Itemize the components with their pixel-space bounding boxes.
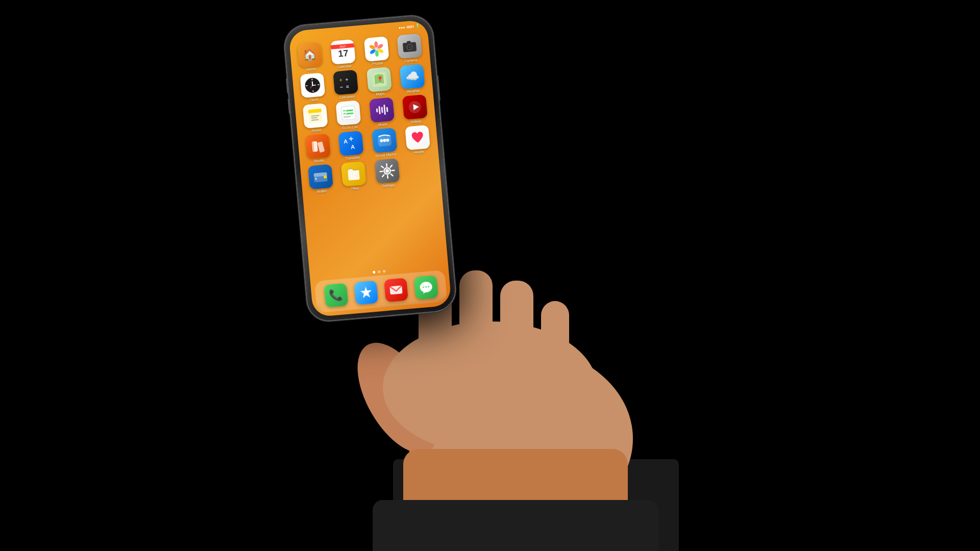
- calculator-label: Calculator: [339, 94, 355, 99]
- dock-mail[interactable]: [384, 278, 408, 303]
- dock-phone[interactable]: 📞: [324, 283, 348, 308]
- app-camera[interactable]: Camera: [393, 33, 426, 64]
- clock-icon: [300, 72, 326, 98]
- calculator-icon: + ÷ − =: [333, 70, 359, 95]
- settings-icon: [374, 158, 400, 184]
- svg-rect-10: [373, 500, 658, 551]
- music-icon: [369, 97, 395, 123]
- notes-icon: [303, 103, 328, 129]
- dock-featured[interactable]: [354, 281, 378, 305]
- app-calculator[interactable]: + ÷ − = Calculator: [329, 69, 362, 100]
- books-label: Books: [314, 159, 324, 163]
- todo-icon: [336, 100, 361, 126]
- featured-dock-icon: [354, 281, 378, 305]
- hand-svg: [0, 0, 980, 551]
- app-grid: 🏠 Home JULY 17 Calendar: [289, 31, 441, 197]
- videos-icon: [402, 94, 428, 120]
- svg-rect-69: [324, 175, 327, 179]
- maps-label: Maps: [376, 92, 385, 96]
- notes-label: Notes: [312, 128, 322, 133]
- svg-line-62: [351, 137, 352, 141]
- maps-icon: [366, 67, 392, 92]
- phone-wrapper: ●●● WiFi 🔋 🏠 Home JULY 17: [283, 14, 456, 322]
- app-home[interactable]: 🏠 Home: [293, 42, 327, 72]
- wallet-label: Wallet: [317, 189, 327, 194]
- photos-icon: [363, 36, 389, 62]
- app-calendar[interactable]: JULY 17 Calendar: [327, 39, 360, 69]
- app-health[interactable]: Health: [401, 124, 434, 155]
- app-settings[interactable]: Settings: [371, 158, 404, 189]
- svg-rect-53: [386, 107, 388, 112]
- app-social-media[interactable]: Social Media: [368, 128, 401, 158]
- phone-body: ●●● WiFi 🔋 🏠 Home JULY 17: [283, 14, 456, 322]
- phone-screen: ●●● WiFi 🔋 🏠 Home JULY 17: [288, 19, 452, 317]
- dot-3: [383, 270, 385, 272]
- app-books[interactable]: Books: [302, 133, 335, 164]
- calendar-label: Calendar: [337, 64, 352, 68]
- photos-label: Photos: [372, 61, 383, 66]
- dock: 📞: [314, 270, 447, 313]
- svg-text:=: =: [346, 84, 350, 89]
- messages-dock-icon: [413, 276, 438, 300]
- svg-rect-52: [383, 105, 386, 115]
- videos-label: Videos: [410, 119, 422, 124]
- dock-messages[interactable]: [413, 276, 438, 300]
- mail-dock-icon: [384, 278, 408, 303]
- svg-text:÷: ÷: [346, 77, 349, 82]
- camera-label: Camera: [404, 58, 417, 63]
- svg-rect-51: [381, 107, 383, 113]
- social-media-label: Social Media: [375, 153, 396, 158]
- dot-1: [373, 271, 375, 273]
- clock-label: Clock: [309, 97, 318, 102]
- health-label: Health: [413, 150, 424, 155]
- app-notes[interactable]: Notes: [299, 103, 332, 133]
- svg-point-8: [383, 321, 597, 454]
- translate-label: Translate: [345, 156, 360, 160]
- phone-dock-icon: 📞: [324, 283, 348, 308]
- translate-icon: A A: [338, 131, 364, 156]
- signal-icon: ●●●: [398, 25, 405, 29]
- svg-point-71: [385, 169, 389, 173]
- files-label: Files: [351, 186, 359, 190]
- svg-text:−: −: [340, 84, 344, 90]
- svg-rect-57: [317, 141, 325, 153]
- weather-icon: ☁️: [400, 64, 425, 89]
- svg-line-76: [381, 166, 383, 168]
- svg-text:A: A: [351, 143, 355, 150]
- app-weather[interactable]: ☁️ Weather: [396, 64, 429, 94]
- app-videos[interactable]: Videos: [399, 94, 432, 124]
- svg-marker-80: [360, 286, 372, 298]
- svg-rect-49: [376, 108, 378, 112]
- files-icon: [341, 161, 366, 187]
- books-icon: [305, 134, 331, 159]
- wallet-icon: $: [308, 164, 333, 190]
- svg-line-78: [390, 165, 392, 167]
- app-todo[interactable]: To-Do List: [332, 100, 365, 131]
- music-label: Music: [378, 122, 388, 127]
- home-icon: 🏠: [297, 42, 323, 67]
- home-label: Home: [306, 67, 316, 72]
- scene: ●●● WiFi 🔋 🏠 Home JULY 17: [0, 0, 980, 551]
- app-maps[interactable]: Maps: [362, 66, 396, 97]
- dot-2: [378, 270, 380, 273]
- weather-label: Weather: [407, 89, 421, 93]
- health-icon: [405, 125, 430, 151]
- app-photos[interactable]: Photos: [360, 36, 393, 67]
- svg-line-79: [382, 174, 384, 177]
- svg-text:+: +: [339, 77, 343, 83]
- app-music[interactable]: Music: [365, 97, 399, 128]
- calendar-icon: JULY 17: [330, 39, 356, 65]
- svg-line-77: [391, 174, 393, 176]
- app-wallet[interactable]: $ Wallet: [304, 164, 337, 194]
- svg-text:A: A: [344, 138, 348, 145]
- app-translate[interactable]: A A Translate: [335, 131, 368, 161]
- app-files[interactable]: Files: [337, 161, 371, 191]
- settings-label: Settings: [382, 183, 395, 188]
- wifi-icon: WiFi: [406, 24, 414, 29]
- svg-rect-50: [378, 106, 380, 114]
- camera-icon: [397, 33, 422, 59]
- svg-line-43: [311, 118, 317, 118]
- todo-label: To-Do List: [341, 125, 358, 130]
- social-media-icon: [372, 128, 397, 153]
- app-clock[interactable]: Clock: [296, 72, 329, 103]
